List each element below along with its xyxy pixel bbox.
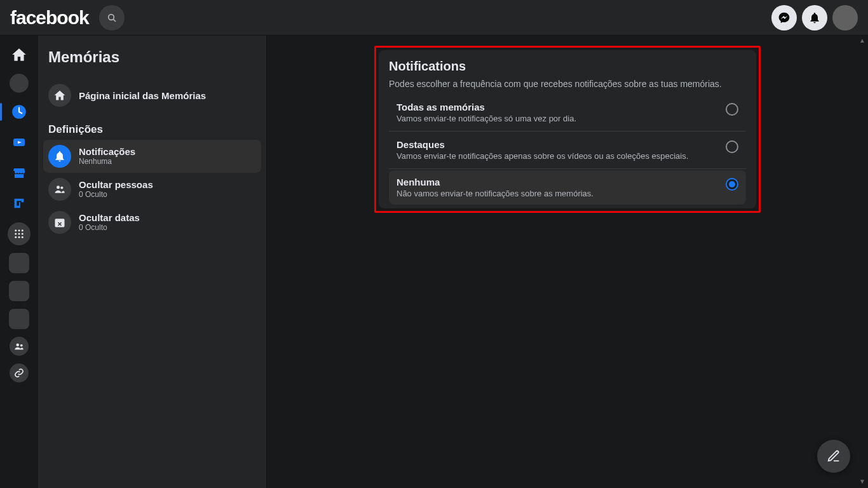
card-title: Notifications bbox=[389, 59, 746, 74]
calendar-x-icon bbox=[53, 216, 66, 229]
svg-point-12 bbox=[18, 236, 20, 238]
sidebar-section-title: Definições bbox=[43, 112, 261, 140]
svg-point-0 bbox=[108, 14, 114, 20]
svg-point-8 bbox=[15, 233, 17, 235]
option-description: Vamos enviar-te notificações só uma vez … bbox=[397, 114, 718, 123]
sidebar-item-sub: 0 Oculto bbox=[79, 190, 153, 199]
option-highlights[interactable]: Destaques Vamos enviar-te notificações a… bbox=[389, 133, 746, 167]
compose-button[interactable] bbox=[817, 440, 850, 473]
people-icon bbox=[53, 183, 66, 196]
home-icon bbox=[53, 89, 66, 102]
settings-sidebar: Memórias Página inicial das Memórias Def… bbox=[38, 36, 267, 488]
sidebar-memories-home[interactable]: Página inicial das Memórias bbox=[43, 79, 261, 112]
account-avatar[interactable] bbox=[832, 5, 858, 30]
people-icon-circle bbox=[48, 178, 71, 201]
watch-icon bbox=[11, 135, 27, 150]
option-none[interactable]: Nenhuma Não vamos enviar-te notificações… bbox=[389, 170, 746, 205]
sidebar-item-sub: Nenhuma bbox=[79, 157, 135, 166]
notifications-card: Notifications Podes escolher a frequênci… bbox=[379, 50, 756, 208]
messenger-button[interactable] bbox=[771, 5, 797, 30]
svg-point-9 bbox=[18, 233, 20, 235]
bell-icon-circle bbox=[48, 145, 71, 168]
rail-links[interactable] bbox=[10, 363, 29, 383]
rail-watch[interactable] bbox=[8, 131, 31, 154]
rail-groups[interactable] bbox=[10, 337, 29, 356]
sidebar-item-label: Ocultar datas bbox=[79, 212, 140, 223]
rail-shortcut-1[interactable] bbox=[10, 74, 29, 93]
search-icon bbox=[107, 13, 117, 23]
rail-marketplace[interactable] bbox=[8, 161, 31, 184]
sidebar-item-notifications[interactable]: Notificações Nenhuma bbox=[43, 140, 261, 173]
card-description: Podes escolher a frequência com que rece… bbox=[389, 79, 746, 89]
svg-point-15 bbox=[20, 344, 23, 347]
bell-icon bbox=[53, 150, 66, 163]
radio-unchecked[interactable] bbox=[726, 103, 738, 116]
svg-point-16 bbox=[57, 186, 60, 189]
notifications-button[interactable] bbox=[802, 5, 827, 30]
option-title: Nenhuma bbox=[397, 177, 718, 187]
option-description: Vamos enviar-te notificações apenas sobr… bbox=[397, 151, 718, 161]
radio-unchecked[interactable] bbox=[726, 140, 738, 153]
divider bbox=[389, 168, 746, 169]
svg-point-6 bbox=[18, 229, 20, 231]
home-icon-circle bbox=[48, 84, 71, 107]
divider bbox=[389, 131, 746, 132]
messenger-icon bbox=[778, 11, 790, 24]
svg-point-5 bbox=[15, 229, 17, 231]
svg-point-7 bbox=[22, 229, 24, 231]
rail-shortcut-2[interactable] bbox=[9, 253, 29, 273]
link-icon bbox=[14, 368, 24, 378]
svg-point-17 bbox=[60, 186, 63, 189]
main-content: Notifications Podes escolher a frequênci… bbox=[267, 36, 868, 488]
sidebar-item-label: Notificações bbox=[79, 146, 135, 157]
compose-icon bbox=[827, 449, 841, 463]
rail-gaming[interactable] bbox=[8, 192, 31, 215]
option-all-memories[interactable]: Todas as memórias Vamos enviar-te notifi… bbox=[389, 95, 746, 130]
grid-icon bbox=[13, 228, 25, 240]
clock-icon bbox=[11, 104, 27, 120]
bell-icon bbox=[808, 11, 821, 24]
sidebar-item-sub: 0 Oculto bbox=[79, 223, 140, 232]
home-icon bbox=[11, 46, 27, 63]
rail-shortcut-3[interactable] bbox=[9, 281, 29, 301]
option-description: Não vamos enviar-te notificações sobre a… bbox=[397, 189, 718, 198]
left-rail bbox=[0, 36, 38, 488]
sidebar-item-hide-people[interactable]: Ocultar pessoas 0 Oculto bbox=[43, 173, 261, 206]
calendar-x-icon-circle bbox=[48, 211, 71, 234]
top-header: facebook bbox=[0, 0, 868, 36]
option-title: Todas as memórias bbox=[397, 102, 718, 112]
scroll-down-arrow[interactable]: ▼ bbox=[859, 478, 867, 485]
option-title: Destaques bbox=[397, 139, 718, 150]
rail-shortcut-4[interactable] bbox=[9, 309, 29, 329]
gaming-icon bbox=[12, 196, 26, 210]
groups-icon bbox=[13, 341, 25, 352]
rail-more[interactable] bbox=[8, 222, 31, 245]
svg-point-14 bbox=[17, 344, 20, 347]
facebook-logo[interactable]: facebook bbox=[10, 7, 89, 29]
sidebar-item-hide-dates[interactable]: Ocultar datas 0 Oculto bbox=[43, 206, 261, 239]
marketplace-icon bbox=[11, 165, 27, 180]
sidebar-item-label: Página inicial das Memórias bbox=[79, 90, 206, 101]
svg-point-13 bbox=[22, 236, 24, 238]
search-button[interactable] bbox=[99, 5, 125, 30]
radio-checked[interactable] bbox=[726, 178, 738, 191]
rail-home[interactable] bbox=[8, 43, 31, 66]
svg-point-10 bbox=[22, 233, 24, 235]
scroll-up-arrow[interactable]: ▲ bbox=[859, 37, 867, 44]
svg-line-1 bbox=[113, 19, 116, 22]
sidebar-item-label: Ocultar pessoas bbox=[79, 179, 153, 190]
sidebar-title: Memórias bbox=[43, 46, 261, 79]
svg-rect-18 bbox=[55, 219, 65, 227]
rail-memories[interactable] bbox=[8, 100, 31, 123]
svg-point-11 bbox=[15, 236, 17, 238]
annotation-highlight: Notifications Podes escolher a frequênci… bbox=[374, 46, 761, 213]
